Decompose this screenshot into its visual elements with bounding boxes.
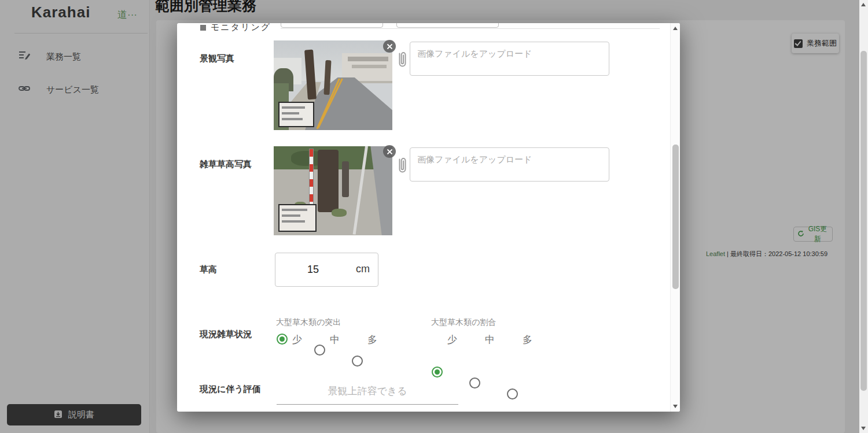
weed-height-photo-label: 雑草草高写真 [200, 159, 252, 170]
attachment-clip-icon [397, 157, 407, 177]
landscape-photo-label: 景観写真 [200, 53, 234, 64]
clipped-input[interactable] [396, 23, 499, 28]
radio-label: 中 [485, 333, 495, 346]
section-header-line [281, 28, 660, 29]
grass-height-unit: cm [356, 263, 370, 275]
close-icon [387, 149, 393, 155]
scroll-up-icon[interactable] [673, 27, 678, 30]
scroll-down-icon[interactable] [861, 427, 866, 430]
ratio-group-label: 大型草木類の割合 [431, 317, 496, 328]
section-square-icon [200, 25, 206, 31]
ratio-radio-high[interactable] [507, 388, 518, 399]
evaluation-label: 現況に伴う評価 [200, 384, 261, 395]
landscape-photo-thumbnail[interactable] [274, 40, 392, 130]
window-scrollbar[interactable] [859, 0, 868, 433]
protrusion-radio-high[interactable] [352, 356, 363, 367]
protrusion-radio-low[interactable] [277, 334, 288, 345]
attachment-clip-icon [397, 51, 407, 72]
ratio-radio-low[interactable] [432, 367, 443, 378]
remove-weed-photo-button[interactable] [383, 145, 396, 158]
clipped-input[interactable] [281, 23, 383, 28]
grass-height-label: 草高 [200, 264, 217, 275]
scroll-down-icon[interactable] [673, 405, 678, 408]
grass-height-field[interactable]: 15 cm [275, 253, 378, 287]
radio-label: 中 [330, 333, 340, 346]
protrusion-radio-medium[interactable] [314, 345, 325, 356]
landscape-photo-upload-input[interactable] [410, 42, 609, 76]
evaluation-input[interactable] [277, 379, 458, 405]
radio-label: 少 [447, 333, 457, 346]
ratio-radio-medium[interactable] [469, 378, 480, 388]
protrusion-group-label: 大型草木類の突出 [276, 317, 341, 328]
weed-height-photo-thumbnail[interactable] [274, 146, 392, 235]
radio-label: 多 [367, 333, 377, 346]
app-window: Karahai 道··· 業務一覧 サービス一覧 説明書 範囲別管理業務 業 路… [0, 0, 868, 433]
weed-photo-upload-input[interactable] [410, 147, 609, 182]
weed-status-label: 現況雑草状況 [200, 329, 252, 340]
radio-label: 少 [292, 333, 302, 346]
close-icon [387, 43, 393, 50]
grass-height-value[interactable]: 15 [307, 264, 319, 276]
scroll-up-icon[interactable] [861, 3, 866, 6]
modal-section-title: モニタリング [211, 23, 271, 33]
radio-label: 多 [523, 333, 532, 346]
monitoring-modal: モニタリング 景観写真 [177, 23, 680, 412]
modal-scrollbar[interactable] [670, 23, 680, 412]
remove-landscape-photo-button[interactable] [383, 40, 396, 53]
modal-scrollbar-thumb[interactable] [672, 145, 679, 289]
window-scrollbar-thumb[interactable] [860, 51, 867, 391]
